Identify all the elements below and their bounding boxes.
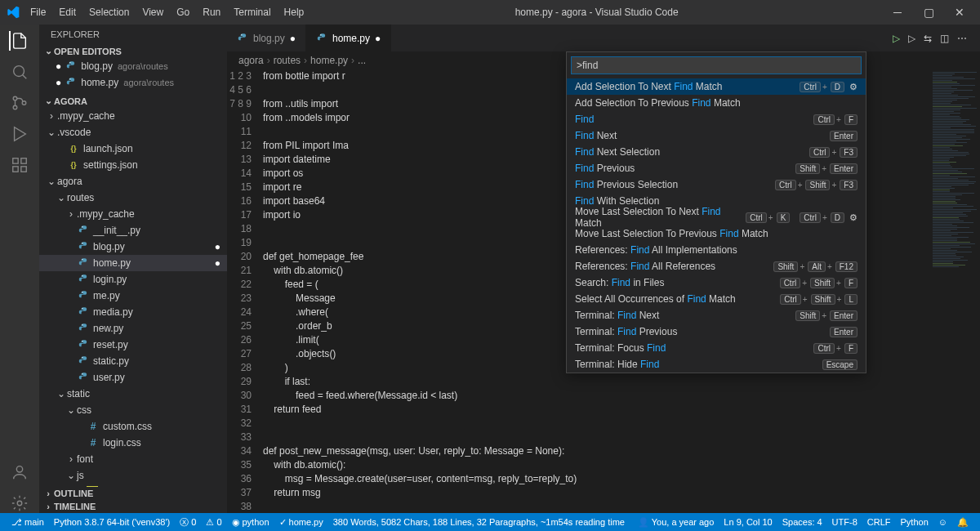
file-row[interactable]: home.py ● [39, 255, 227, 271]
settings-icon[interactable] [10, 493, 29, 513]
status-item[interactable]: ⚠0 [201, 516, 226, 529]
palette-item[interactable]: Terminal: Focus FindCtrl+F [567, 340, 866, 356]
status-item[interactable]: Python 3.8.7 64-bit ('venv38') [49, 516, 175, 529]
close-button[interactable]: ✕ [946, 0, 973, 25]
gear-icon[interactable]: ⚙ [849, 82, 858, 92]
maximize-button[interactable]: ▢ [915, 0, 942, 25]
minimize-button[interactable]: ─ [884, 0, 911, 25]
palette-item[interactable]: Terminal: Find NextShift+Enter [567, 307, 866, 324]
palette-item[interactable]: References: Find All ReferencesShift+Alt… [567, 258, 866, 274]
search-icon[interactable] [10, 62, 29, 82]
gear-icon[interactable]: ⚙ [849, 212, 858, 223]
menu-help[interactable]: Help [278, 3, 310, 21]
more-actions-button[interactable]: ⋯ [957, 33, 967, 44]
folder-row[interactable]: ⌄routes [39, 190, 227, 206]
py-icon [77, 257, 90, 270]
command-palette-input[interactable] [571, 56, 862, 74]
palette-item[interactable]: Add Selection To Previous Find Match [567, 95, 866, 111]
outline-header[interactable]: ›OUTLINE [39, 487, 227, 500]
menu-run[interactable]: Run [197, 3, 226, 21]
minimap[interactable] [931, 69, 980, 513]
file-row[interactable]: static.py [39, 353, 227, 369]
palette-item[interactable]: Find NextEnter [567, 127, 866, 144]
status-item[interactable]: ☺ [933, 517, 952, 528]
file-row[interactable]: new.py [39, 320, 227, 337]
palette-item[interactable]: Select All Occurrences of Find MatchCtrl… [567, 291, 866, 307]
breadcrumb-segment[interactable]: agora [238, 55, 264, 66]
timeline-header[interactable]: ›TIMELINE [39, 500, 227, 513]
compare-button[interactable]: ⇆ [924, 33, 932, 44]
breadcrumb-segment[interactable]: ... [358, 55, 366, 66]
file-row[interactable]: media.py [39, 304, 227, 320]
modified-indicator[interactable]: ● [375, 33, 381, 44]
palette-item[interactable]: Terminal: Hide FindEscape [567, 356, 866, 373]
status-item[interactable]: ◉python [227, 516, 274, 529]
file-row[interactable]: user.py [39, 369, 227, 386]
menu-terminal[interactable]: Terminal [228, 3, 276, 21]
palette-item[interactable]: Find Next SelectionCtrl+F3 [567, 144, 866, 160]
folder-row[interactable]: ›.mypy_cache [39, 206, 227, 222]
palette-item[interactable]: Find PreviousShift+Enter [567, 160, 866, 176]
account-icon[interactable] [10, 462, 29, 482]
debug-button[interactable]: ▷ [908, 33, 915, 44]
palette-item[interactable]: FindCtrl+F [567, 111, 866, 127]
folder-row[interactable]: ›.mypy_cache [39, 108, 227, 124]
run-button[interactable]: ▷ [893, 33, 900, 44]
file-row[interactable]: reset.py [39, 337, 227, 353]
file-row[interactable]: me.py [39, 288, 227, 304]
palette-item[interactable]: Find Previous SelectionCtrl+Shift+F3 [567, 176, 866, 193]
folder-row[interactable]: ⌄css [39, 402, 227, 418]
editor-tabs: blog.py●home.py● ▷ ▷ ⇆ ◫ ⋯ [227, 25, 980, 51]
extensions-icon[interactable] [10, 155, 29, 175]
menu-edit[interactable]: Edit [53, 3, 82, 21]
status-item[interactable]: ⓧ0 [175, 516, 201, 529]
modified-indicator[interactable]: ● [290, 33, 296, 44]
file-row[interactable]: login.py [39, 271, 227, 288]
open-editors-header[interactable]: ⌄OPEN EDITORS [39, 44, 227, 58]
editor-tab[interactable]: blog.py● [227, 25, 306, 51]
status-item[interactable]: 👤You, a year ago [633, 517, 719, 528]
file-row[interactable]: {}settings.json [39, 157, 227, 173]
status-item[interactable]: ⎇main [7, 516, 49, 529]
file-row[interactable]: __init__.py [39, 222, 227, 239]
status-item[interactable]: UTF-8 [827, 517, 862, 528]
breadcrumb-segment[interactable]: routes [274, 55, 301, 66]
status-item[interactable]: Ln 9, Col 10 [719, 517, 777, 528]
palette-item[interactable]: Move Last Selection To Previous Find Mat… [567, 225, 866, 242]
palette-item[interactable]: References: Find All Implementations [567, 242, 866, 258]
run-debug-icon[interactable] [10, 124, 29, 144]
folder-row[interactable]: ⌄static [39, 386, 227, 402]
folder-row[interactable]: ⌄.vscode [39, 124, 227, 141]
palette-item[interactable]: Search: Find in FilesCtrl+Shift+F [567, 274, 866, 291]
palette-item[interactable]: Move Last Selection To Next Find MatchCt… [567, 209, 866, 225]
breadcrumb-segment[interactable]: home.py [310, 55, 348, 66]
palette-item[interactable]: Terminal: Find PreviousEnter [567, 324, 866, 340]
svg-point-3 [22, 101, 26, 105]
status-item[interactable]: 🔔 [952, 517, 973, 528]
file-row[interactable]: blog.py ● [39, 239, 227, 255]
folder-row[interactable]: ›font [39, 451, 227, 467]
editor-tab[interactable]: home.py● [306, 25, 391, 51]
file-row[interactable]: #custom.css [39, 418, 227, 435]
folder-row[interactable]: ⌄js [39, 467, 227, 484]
explorer-icon[interactable] [9, 31, 29, 51]
folder-row[interactable]: ⌄agora [39, 173, 227, 190]
status-item[interactable]: CRLF [862, 517, 896, 528]
split-editor-button[interactable]: ◫ [940, 33, 949, 44]
file-row[interactable]: {}launch.json [39, 141, 227, 157]
status-item[interactable]: Spaces: 4 [777, 517, 827, 528]
status-item[interactable]: Python [896, 517, 933, 528]
open-editor-item[interactable]: ●home.pyagora\routes [39, 74, 227, 91]
status-item[interactable]: ✓home.py [274, 516, 328, 529]
source-control-icon[interactable] [10, 93, 29, 113]
project-header[interactable]: ⌄AGORA [39, 94, 227, 108]
open-editor-item[interactable]: ●blog.pyagora\routes [39, 58, 227, 74]
menu-selection[interactable]: Selection [83, 3, 135, 21]
file-row[interactable]: #login.css [39, 435, 227, 451]
status-item[interactable]: 380 Words, 5082 Chars, 188 Lines, 32 Par… [328, 516, 630, 529]
palette-item[interactable]: Add Selection To Next Find MatchCtrl+D⚙ [567, 78, 866, 95]
menu-view[interactable]: View [136, 3, 169, 21]
menu-file[interactable]: File [24, 3, 51, 21]
menu-go[interactable]: Go [171, 3, 195, 21]
svg-point-13 [82, 243, 82, 243]
